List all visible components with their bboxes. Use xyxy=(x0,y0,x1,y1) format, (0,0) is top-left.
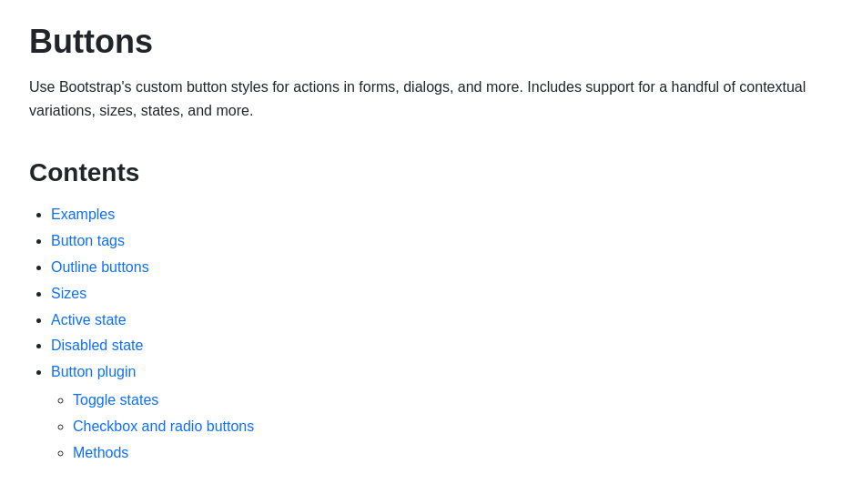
list-item: Button plugin Toggle states Checkbox and… xyxy=(51,359,833,466)
list-item: Disabled state xyxy=(51,333,833,359)
list-item: Active state xyxy=(51,307,833,334)
list-item: Examples xyxy=(51,202,833,228)
link-outline-buttons[interactable]: Outline buttons xyxy=(51,259,149,275)
list-item: Toggle states xyxy=(73,388,833,414)
list-item: Outline buttons xyxy=(51,255,833,281)
list-item: Sizes xyxy=(51,281,833,307)
link-disabled-state[interactable]: Disabled state xyxy=(51,338,143,353)
contents-list: Examples Button tags Outline buttons Siz… xyxy=(29,202,833,466)
list-item: Methods xyxy=(73,440,833,467)
link-examples[interactable]: Examples xyxy=(51,207,115,222)
link-button-tags[interactable]: Button tags xyxy=(51,233,125,248)
link-toggle-states[interactable]: Toggle states xyxy=(73,392,158,408)
list-item: Checkbox and radio buttons xyxy=(73,414,833,440)
link-checkbox-radio[interactable]: Checkbox and radio buttons xyxy=(73,418,254,434)
contents-sublist: Toggle states Checkbox and radio buttons… xyxy=(51,388,833,466)
link-active-state[interactable]: Active state xyxy=(51,312,127,328)
link-sizes[interactable]: Sizes xyxy=(51,286,86,301)
link-button-plugin[interactable]: Button plugin xyxy=(51,364,136,379)
contents-heading: Contents xyxy=(29,158,833,187)
link-methods[interactable]: Methods xyxy=(73,445,128,460)
page-title: Buttons xyxy=(29,22,833,61)
list-item: Button tags xyxy=(51,228,833,255)
page-description: Use Bootstrap's custom button styles for… xyxy=(29,76,812,122)
